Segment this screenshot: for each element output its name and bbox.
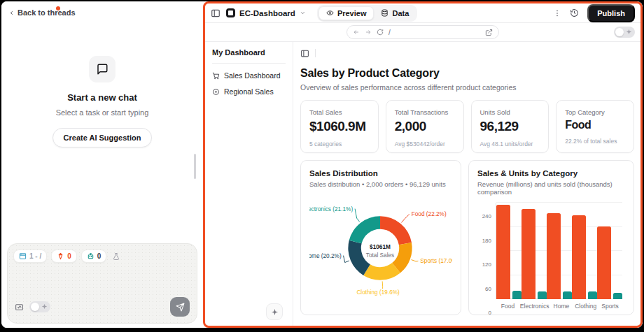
- scrollbar-thumb[interactable]: [194, 154, 196, 179]
- topbar-actions: Publish: [553, 4, 635, 22]
- donut-leader-line: [355, 209, 360, 222]
- bar-home-revenue: [547, 213, 561, 299]
- stat-label: Top Category: [565, 108, 625, 116]
- beaker-icon[interactable]: [112, 252, 120, 261]
- send-button[interactable]: [170, 297, 190, 317]
- url-path[interactable]: /: [388, 29, 391, 36]
- y-tick: 0: [489, 310, 491, 316]
- chart-subtitle: Sales distribution • 2,000 orders • 96,1…: [309, 180, 452, 188]
- bar-chart: 060120180240 FoodElectronicsHomeClothing…: [477, 203, 625, 313]
- sidebar-item-sales-dashboard[interactable]: Sales Dashboard: [212, 71, 286, 80]
- issues-chip[interactable]: 0: [51, 250, 77, 263]
- chat-bubble-icon: [96, 63, 108, 75]
- create-ai-suggestion-button[interactable]: Create AI Suggestion: [52, 128, 153, 147]
- map-pin-icon: [212, 88, 220, 96]
- app-topbar: EC-Dashboard Preview Data: [205, 3, 640, 23]
- sidebar-toggle-icon[interactable]: [211, 8, 220, 18]
- context-chip-row: 1 - / 0 0: [8, 244, 197, 263]
- toggle-knob: [615, 28, 624, 36]
- agent-chip[interactable]: 0: [81, 250, 107, 263]
- bar-group-electronics: [522, 203, 547, 299]
- sparkle-icon: [271, 308, 279, 316]
- open-external-icon[interactable]: [485, 29, 493, 36]
- project-name: EC-Dashboard: [239, 9, 295, 17]
- bar-clothing-units: [588, 291, 597, 299]
- donut-label-electronics: Electronics (21.1%): [309, 206, 353, 212]
- sparkle-icon: [41, 303, 48, 310]
- stats-row: Total Sales $1060.9M 5 categories Total …: [300, 100, 634, 153]
- chevron-left-icon: [8, 10, 15, 16]
- page-title: Sales by Product Category: [300, 67, 634, 80]
- bar-home-units: [563, 291, 572, 300]
- donut-label-clothing: Clothing (19.6%): [356, 289, 400, 296]
- issues-count: 0: [67, 252, 71, 260]
- ai-assist-toggle[interactable]: [614, 27, 635, 38]
- project-switcher[interactable]: EC-Dashboard: [226, 8, 306, 17]
- donut-label-home: Home (20.2%): [309, 253, 342, 259]
- page-subtitle: Overview of sales performance across dif…: [300, 83, 634, 92]
- x-tick-label: Food: [496, 303, 520, 310]
- nav-back-icon[interactable]: [353, 29, 360, 36]
- y-tick: 240: [482, 213, 491, 219]
- stat-label: Units Sold: [480, 108, 540, 116]
- tab-preview-label: Preview: [337, 9, 367, 17]
- bar-plot-area: [496, 203, 622, 299]
- eye-icon: [326, 9, 334, 17]
- x-tick-label: Electronics: [520, 303, 550, 310]
- publish-button[interactable]: Publish: [587, 4, 635, 22]
- chevron-down-icon: [300, 10, 306, 16]
- kebab-menu-icon[interactable]: [553, 9, 561, 17]
- screen-capture-icon[interactable]: [15, 303, 24, 312]
- url-bar[interactable]: /: [346, 25, 499, 39]
- paper-plane-icon: [176, 303, 185, 312]
- stat-footnote: Avg $530442/order: [395, 140, 455, 147]
- cart-icon: [212, 72, 220, 80]
- donut-leader-line: [344, 256, 349, 263]
- app-window: Back to threads Start a new chat Select …: [1, 1, 643, 328]
- tab-data-label: Data: [392, 9, 409, 17]
- route-chip-label: 1 - /: [29, 252, 41, 260]
- sidebar-ai-button[interactable]: [266, 303, 283, 320]
- donut-leader-line: [412, 260, 419, 261]
- nav-forward-icon[interactable]: [365, 29, 372, 36]
- donut-slice-food: [380, 216, 412, 245]
- empty-state-title: Start a new chat: [67, 92, 137, 103]
- stat-value: Food: [565, 119, 625, 131]
- donut-chart-card: Sales Distribution Sales distribution • …: [300, 160, 461, 315]
- toolbar-divider: [315, 49, 316, 57]
- x-tick-label: Sports: [598, 303, 622, 310]
- bar-electronics-revenue: [522, 209, 536, 299]
- stat-value: 96,129: [480, 119, 540, 134]
- stat-label: Total Transactions: [395, 108, 455, 116]
- browser-window-icon: [19, 252, 27, 260]
- chart-title: Sales Distribution: [309, 169, 452, 178]
- stat-footnote: 5 categories: [309, 140, 370, 147]
- collapse-panel-icon[interactable]: [300, 49, 309, 58]
- stat-footnote: 22.2% of total sales: [565, 138, 625, 145]
- view-mode-tabs: Preview Data: [317, 5, 417, 22]
- ai-mode-toggle[interactable]: [29, 301, 50, 312]
- tab-preview[interactable]: Preview: [318, 6, 374, 20]
- refresh-icon[interactable]: [377, 29, 384, 36]
- chart-subtitle: Revenue (millions) and units sold (thous…: [477, 180, 625, 196]
- chart-title: Sales & Units by Category: [477, 169, 625, 178]
- sidebar-item-regional-sales[interactable]: Regional Sales: [212, 87, 286, 96]
- empty-state-subtitle: Select a task or start typing: [56, 108, 149, 117]
- notification-dot: [56, 6, 60, 10]
- preview-content: My Dashboard Sales Dashboard Regional Sa…: [205, 42, 640, 326]
- dashboard-sidebar-title: My Dashboard: [212, 48, 286, 64]
- bar-group-sports: [597, 203, 622, 299]
- sparkle-icon: [626, 29, 632, 35]
- x-tick-label: Clothing: [573, 303, 598, 310]
- back-to-threads-link[interactable]: Back to threads: [8, 8, 76, 17]
- agent-count: 0: [97, 252, 102, 260]
- route-context-chip[interactable]: 1 - /: [13, 250, 47, 263]
- bar-electronics-units: [538, 291, 547, 300]
- stat-card-units-sold: Units Sold 96,129 Avg 48.1 units/order: [471, 100, 550, 153]
- app-logo-icon: [226, 8, 235, 17]
- bar-group-home: [547, 203, 572, 299]
- chat-composer[interactable]: 1 - / 0 0: [7, 243, 197, 324]
- donut-svg: Food (22.2%)Sports (17.0%)Clothing (19.6…: [309, 191, 452, 304]
- tab-data[interactable]: Data: [374, 6, 416, 20]
- history-icon[interactable]: [570, 8, 579, 17]
